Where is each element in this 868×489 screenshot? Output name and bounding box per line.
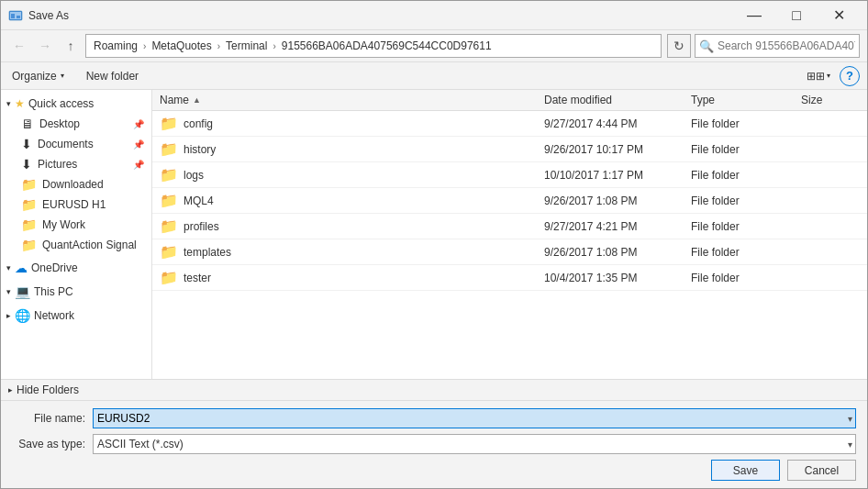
table-row[interactable]: 📁 templates 9/26/2017 1:08 PM File folde… [152, 239, 867, 265]
search-input[interactable] [718, 39, 855, 52]
file-name-text: templates [184, 246, 231, 259]
col-header-name[interactable]: Name ▲ [152, 94, 537, 106]
table-row[interactable]: 📁 profiles 9/27/2017 4:21 PM File folder [152, 214, 867, 239]
table-row[interactable]: 📁 MQL4 9/26/2017 1:08 PM File folder [152, 188, 867, 214]
sidebar-item-downloaded[interactable]: 📁 Downloaded [1, 174, 151, 194]
forward-button[interactable]: → [34, 35, 56, 57]
table-row[interactable]: 📁 history 9/26/2017 10:17 PM File folder [152, 137, 867, 162]
folder-icon: 📁 [160, 192, 178, 209]
file-name-cell: 📁 profiles [152, 216, 537, 237]
organize-button[interactable]: Organize ▾ [8, 68, 68, 84]
onedrive-chevron: ▾ [6, 263, 11, 272]
thispc-chevron: ▾ [6, 287, 11, 296]
file-size-cell [794, 276, 867, 280]
filename-input-wrapper: ▾ [93, 408, 856, 428]
network-chevron: ▸ [6, 311, 11, 320]
cancel-button[interactable]: Cancel [787, 460, 856, 481]
file-date-cell: 9/26/2017 1:08 PM [537, 244, 684, 261]
onedrive-section: ▾ ☁ OneDrive [1, 257, 151, 279]
col-header-date[interactable]: Date modified [537, 94, 684, 106]
hide-folders-chevron: ▸ [8, 385, 13, 395]
file-type-cell: File folder [684, 218, 794, 235]
folder-icon: 📁 [160, 140, 178, 158]
pictures-icon: ⬇ [21, 157, 32, 172]
organize-label: Organize [12, 70, 57, 83]
view-icon: ⊞⊞ [807, 70, 825, 83]
file-rows-container: 📁 config 9/27/2017 4:44 PM File folder 📁… [152, 111, 867, 291]
file-type-cell: File folder [684, 141, 794, 158]
file-date-cell: 9/27/2017 4:21 PM [537, 218, 684, 235]
crumb-roaming[interactable]: Roaming [90, 38, 141, 54]
window-controls: — □ ✕ [733, 1, 860, 30]
savetype-select[interactable]: ASCII Text (*.csv) [93, 434, 856, 454]
col-date-label: Date modified [544, 94, 612, 106]
sidebar-item-pictures-label: Pictures [38, 158, 77, 171]
table-row[interactable]: 📁 config 9/27/2017 4:44 PM File folder [152, 111, 867, 137]
sort-up-icon: ▲ [193, 95, 201, 105]
organize-chevron: ▾ [61, 72, 64, 80]
hide-folders-row[interactable]: ▸ Hide Folders [1, 379, 867, 400]
file-date-cell: 9/27/2017 4:44 PM [537, 116, 684, 132]
mywork-icon: 📁 [21, 217, 37, 232]
eurusd-icon: 📁 [21, 197, 37, 212]
thispc-header[interactable]: ▾ 💻 This PC [1, 281, 151, 303]
filename-dropdown-icon: ▾ [848, 414, 852, 424]
filename-input[interactable] [93, 408, 856, 428]
minimize-button[interactable]: — [733, 1, 775, 30]
file-date-cell: 10/10/2017 1:17 PM [537, 167, 684, 183]
star-icon: ★ [15, 97, 25, 110]
sidebar-item-documents[interactable]: ⬇ Documents 📌 [1, 134, 151, 154]
table-row[interactable]: 📁 logs 10/10/2017 1:17 PM File folder [152, 162, 867, 188]
pin-icon: 📌 [133, 119, 144, 129]
savetype-row: Save as type: ASCII Text (*.csv) ▾ [12, 434, 856, 454]
view-button[interactable]: ⊞⊞ ▾ [803, 68, 834, 84]
file-size-cell [794, 173, 867, 177]
search-icon: 🔍 [699, 39, 714, 53]
close-button[interactable]: ✕ [818, 1, 860, 30]
file-name-cell: 📁 templates [152, 241, 537, 262]
file-date-cell: 9/26/2017 1:08 PM [537, 193, 684, 209]
network-section: ▸ 🌐 Network [1, 305, 151, 327]
col-name-label: Name [160, 94, 189, 106]
folder-icon: 📁 [160, 269, 178, 286]
sidebar-item-mywork-label: My Work [42, 218, 85, 231]
crumb-terminal[interactable]: Terminal [222, 38, 271, 54]
filename-row: File name: ▾ [12, 408, 856, 428]
sidebar-item-desktop[interactable]: 🖥 Desktop 📌 [1, 114, 151, 134]
crumb-id[interactable]: 915566BA06ADA407569C544CC0D97611 [278, 38, 495, 54]
file-list-header: Name ▲ Date modified Type Size [152, 90, 867, 111]
sidebar-item-quantaction[interactable]: 📁 QuantAction Signal [1, 235, 151, 255]
sidebar-item-pictures[interactable]: ⬇ Pictures 📌 [1, 154, 151, 174]
col-header-type[interactable]: Type [684, 94, 794, 106]
help-button[interactable]: ? [840, 66, 860, 86]
sidebar-item-desktop-label: Desktop [39, 117, 80, 130]
maximize-button[interactable]: □ [775, 1, 818, 30]
file-type-cell: File folder [684, 244, 794, 261]
file-name-cell: 📁 tester [152, 267, 537, 288]
crumb-metaquotes[interactable]: MetaQuotes [148, 38, 215, 54]
new-folder-button[interactable]: New folder [83, 68, 142, 84]
file-name-cell: 📁 MQL4 [152, 190, 537, 211]
address-bar[interactable]: Roaming › MetaQuotes › Terminal › 915566… [85, 34, 662, 58]
file-size-cell [794, 225, 867, 228]
file-name-text: config [184, 117, 213, 130]
sidebar-item-mywork[interactable]: 📁 My Work [1, 215, 151, 235]
network-header[interactable]: ▸ 🌐 Network [1, 305, 151, 327]
view-chevron: ▾ [827, 72, 830, 80]
up-button[interactable]: ↑ [60, 35, 82, 57]
file-size-cell [794, 199, 867, 203]
col-header-size[interactable]: Size [794, 94, 867, 106]
table-row[interactable]: 📁 tester 10/4/2017 1:35 PM File folder [152, 265, 867, 291]
thispc-icon: 💻 [15, 284, 30, 299]
sidebar-item-documents-label: Documents [38, 138, 94, 150]
quick-access-chevron: ▾ [6, 99, 11, 108]
file-name-cell: 📁 config [152, 113, 537, 134]
onedrive-header[interactable]: ▾ ☁ OneDrive [1, 257, 151, 279]
sidebar-item-eurusd[interactable]: 📁 EURUSD H1 [1, 194, 151, 215]
pin-icon-docs: 📌 [133, 139, 144, 150]
onedrive-icon: ☁ [15, 261, 28, 275]
quick-access-header[interactable]: ▾ ★ Quick access [1, 94, 151, 114]
back-button[interactable]: ← [8, 35, 30, 57]
refresh-button[interactable]: ↻ [667, 34, 691, 58]
save-button[interactable]: Save [711, 460, 780, 481]
